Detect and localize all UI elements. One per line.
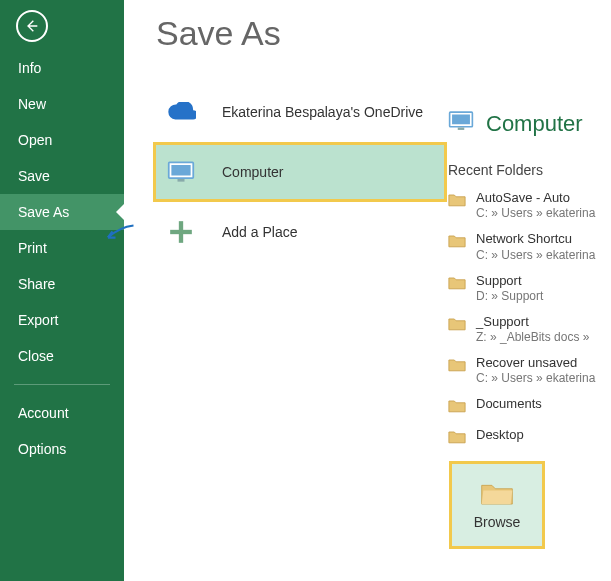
svg-rect-4 bbox=[170, 230, 192, 234]
sidebar-divider bbox=[14, 384, 110, 385]
recent-folder-name: Documents bbox=[476, 396, 542, 412]
recent-folder-name: Support bbox=[476, 273, 543, 289]
back-icon bbox=[24, 18, 40, 34]
recent-folder-name: Recover unsaved bbox=[476, 355, 595, 371]
recent-folder-path: C: » Users » ekaterina bbox=[476, 371, 595, 386]
folder-icon bbox=[448, 190, 466, 211]
folder-icon bbox=[448, 355, 466, 376]
folder-icon bbox=[448, 396, 466, 417]
place-label: Add a Place bbox=[222, 224, 298, 240]
svg-rect-7 bbox=[458, 128, 465, 130]
sidebar-item-export[interactable]: Export bbox=[0, 302, 124, 338]
sidebar-item-label: Options bbox=[18, 441, 66, 457]
sidebar-item-account[interactable]: Account bbox=[0, 395, 124, 431]
sidebar-item-label: Print bbox=[18, 240, 47, 256]
monitor-icon bbox=[166, 157, 196, 187]
places-column: Save As Ekaterina Bespalaya's OneDrive C… bbox=[124, 0, 444, 581]
sidebar-item-new[interactable]: New bbox=[0, 86, 124, 122]
sidebar-item-label: Account bbox=[18, 405, 69, 421]
folder-icon bbox=[448, 273, 466, 294]
computer-header-text: Computer bbox=[486, 111, 583, 137]
recent-folder-name: _Support bbox=[476, 314, 589, 330]
sidebar-item-close[interactable]: Close bbox=[0, 338, 124, 374]
sidebar-item-label: Close bbox=[18, 348, 54, 364]
back-button[interactable] bbox=[16, 10, 48, 42]
computer-header: Computer bbox=[448, 110, 611, 138]
recent-folder-path: D: » Support bbox=[476, 289, 543, 304]
main-area: Save As Ekaterina Bespalaya's OneDrive C… bbox=[124, 0, 611, 581]
place-add[interactable]: Add a Place bbox=[156, 205, 444, 259]
place-label: Ekaterina Bespalaya's OneDrive bbox=[222, 104, 423, 120]
sidebar-item-label: Open bbox=[18, 132, 52, 148]
recent-folder-item[interactable]: SupportD: » Support bbox=[448, 273, 611, 304]
place-onedrive[interactable]: Ekaterina Bespalaya's OneDrive bbox=[156, 85, 444, 139]
svg-rect-2 bbox=[178, 179, 185, 182]
sidebar-item-save[interactable]: Save bbox=[0, 158, 124, 194]
folder-icon bbox=[448, 231, 466, 252]
sidebar-item-info[interactable]: Info bbox=[0, 50, 124, 86]
sidebar-item-share[interactable]: Share bbox=[0, 266, 124, 302]
backstage-sidebar: Info New Open Save Save As Print Share E… bbox=[0, 0, 124, 581]
recent-folders-label: Recent Folders bbox=[448, 162, 611, 178]
folder-icon bbox=[448, 427, 466, 448]
recent-folder-item[interactable]: Network ShortcuC: » Users » ekaterina bbox=[448, 231, 611, 262]
sidebar-item-label: Export bbox=[18, 312, 58, 328]
browse-button[interactable]: Browse bbox=[452, 464, 542, 546]
cloud-icon bbox=[166, 97, 196, 127]
sidebar-item-open[interactable]: Open bbox=[0, 122, 124, 158]
recent-folder-path: C: » Users » ekaterina bbox=[476, 206, 595, 221]
monitor-icon bbox=[448, 110, 474, 138]
folder-icon bbox=[448, 314, 466, 335]
plus-icon bbox=[166, 217, 196, 247]
place-label: Computer bbox=[222, 164, 283, 180]
svg-rect-6 bbox=[452, 115, 470, 125]
sidebar-item-label: Save bbox=[18, 168, 50, 184]
recent-folders-list: AutoSave - AutoC: » Users » ekaterinaNet… bbox=[448, 190, 611, 448]
recent-folder-item[interactable]: AutoSave - AutoC: » Users » ekaterina bbox=[448, 190, 611, 221]
recent-folder-path: C: » Users » ekaterina bbox=[476, 248, 595, 263]
sidebar-item-label: Save As bbox=[18, 204, 69, 220]
sidebar-item-label: Share bbox=[18, 276, 55, 292]
recent-folder-name: Desktop bbox=[476, 427, 524, 443]
page-title: Save As bbox=[156, 14, 444, 53]
recent-folder-item[interactable]: _SupportZ: » _AbleBits docs » bbox=[448, 314, 611, 345]
sidebar-item-options[interactable]: Options bbox=[0, 431, 124, 467]
recent-folder-path: Z: » _AbleBits docs » bbox=[476, 330, 589, 345]
recent-folder-name: Network Shortcu bbox=[476, 231, 595, 247]
sidebar-item-label: Info bbox=[18, 60, 41, 76]
annotation-arrow bbox=[104, 224, 136, 242]
folder-icon bbox=[480, 480, 514, 506]
sidebar-item-label: New bbox=[18, 96, 46, 112]
recent-folder-item[interactable]: Documents bbox=[448, 396, 611, 417]
recent-folder-name: AutoSave - Auto bbox=[476, 190, 595, 206]
recent-folder-item[interactable]: Desktop bbox=[448, 427, 611, 448]
recent-column: Computer Recent Folders AutoSave - AutoC… bbox=[444, 0, 611, 581]
browse-label: Browse bbox=[474, 514, 521, 530]
place-computer[interactable]: Computer bbox=[156, 145, 444, 199]
recent-folder-item[interactable]: Recover unsavedC: » Users » ekaterina bbox=[448, 355, 611, 386]
svg-rect-1 bbox=[171, 165, 190, 176]
